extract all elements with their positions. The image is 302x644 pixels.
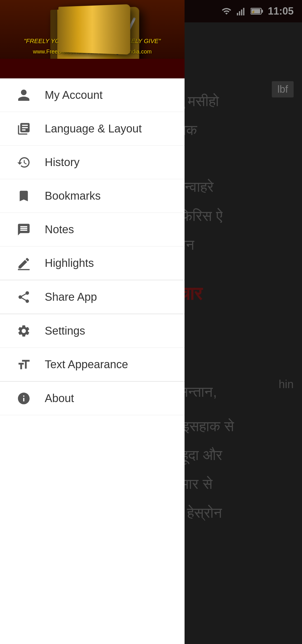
menu-item-notes[interactable]: Notes	[0, 213, 185, 246]
svg-rect-0	[18, 269, 30, 270]
status-time: 11:05	[268, 5, 294, 17]
notes-label: Notes	[45, 223, 74, 236]
bible-book-visual	[50, 7, 139, 59]
bookmarks-label: Bookmarks	[45, 190, 101, 202]
menu-list: My Account Language & Layout History	[0, 78, 185, 644]
history-icon	[14, 153, 34, 172]
drawer-quote: "FREELY YOU HAVE RECEIVED; FREELY GIVE"	[0, 38, 185, 45]
battery-icon: ⚡	[251, 6, 263, 16]
svg-rect-1	[237, 13, 238, 15]
about-label: About	[45, 392, 74, 405]
language-layout-label: Language & Layout	[45, 122, 142, 135]
signal-icon	[236, 6, 246, 16]
drawer-header-image: "FREELY YOU HAVE RECEIVED; FREELY GIVE" …	[0, 0, 185, 59]
text-appearance-label: Text Appearance	[45, 358, 128, 371]
share-app-label: Share App	[45, 291, 97, 303]
navigation-drawer: "FREELY YOU HAVE RECEIVED; FREELY GIVE" …	[0, 0, 185, 644]
svg-rect-6	[261, 10, 263, 13]
svg-rect-2	[239, 11, 240, 15]
book-icon	[14, 119, 34, 139]
menu-item-bookmarks[interactable]: Bookmarks	[0, 179, 185, 213]
menu-item-highlights[interactable]: Highlights	[0, 246, 185, 280]
menu-item-about[interactable]: About	[0, 382, 185, 415]
wifi-icon	[221, 6, 232, 16]
status-icons-right: ⚡ 11:05	[221, 5, 294, 17]
svg-text:⚡: ⚡	[251, 10, 256, 14]
info-icon	[14, 389, 34, 408]
svg-rect-4	[243, 8, 244, 15]
highlights-label: Highlights	[45, 257, 94, 269]
my-account-label: My Account	[45, 89, 103, 101]
person-icon	[14, 85, 34, 105]
menu-item-settings[interactable]: Settings	[0, 314, 185, 348]
settings-icon	[14, 321, 34, 341]
highlights-icon	[14, 253, 34, 273]
text-appearance-icon	[14, 355, 34, 374]
drawer-url: www.FreeBiblesIndia.com www.BiblesIndia.…	[0, 48, 185, 55]
bookmark-icon	[14, 186, 34, 206]
settings-label: Settings	[45, 325, 85, 337]
lang-badge: hin	[279, 375, 294, 393]
menu-item-my-account[interactable]: My Account	[0, 78, 185, 112]
share-icon	[14, 287, 34, 307]
menu-item-language-layout[interactable]: Language & Layout	[0, 112, 185, 146]
notes-icon	[14, 220, 34, 239]
svg-rect-3	[241, 10, 242, 15]
history-label: History	[45, 156, 79, 169]
menu-item-history[interactable]: History	[0, 146, 185, 179]
menu-item-share-app[interactable]: Share App	[0, 280, 185, 314]
drawer-header: "FREELY YOU HAVE RECEIVED; FREELY GIVE" …	[0, 0, 185, 78]
menu-item-text-appearance[interactable]: Text Appearance	[0, 348, 185, 381]
